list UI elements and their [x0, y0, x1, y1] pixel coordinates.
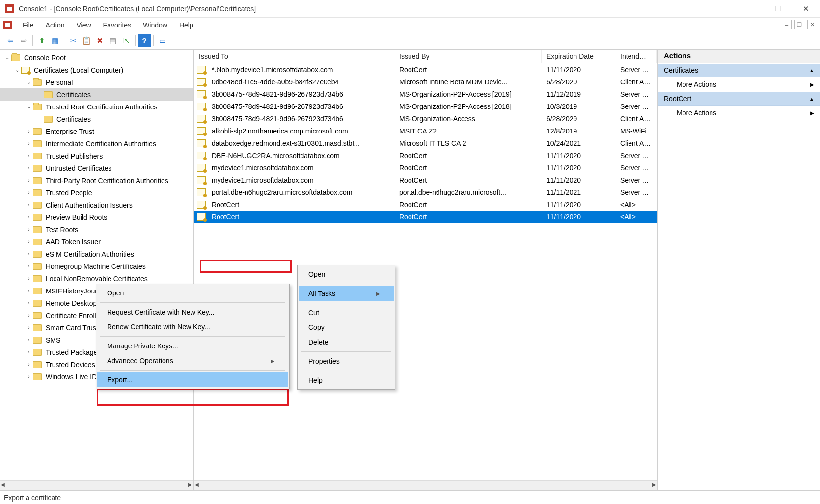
tree-node[interactable]: ›eSIM Certification Authorities	[0, 248, 193, 260]
tree-node[interactable]: ›Third-Party Root Certification Authorit…	[0, 174, 193, 186]
tree-twisty-icon[interactable]: ›	[26, 313, 32, 318]
tree-twisty-icon[interactable]: ›	[26, 153, 32, 159]
tree-twisty-icon[interactable]: ›	[26, 165, 32, 171]
certificate-list[interactable]: *.blob.mydevice1.microsoftdatabox.comRoo…	[194, 63, 657, 480]
tree-twisty-icon[interactable]: ›	[26, 276, 32, 281]
actions-item[interactable]: More Actions▶	[658, 77, 820, 92]
menu-view[interactable]: View	[70, 19, 97, 31]
tree-node[interactable]: ›Enterprise Trust	[0, 125, 193, 137]
certificate-row[interactable]: DBE-N6HUGC2RA.microsoftdatabox.comRootCe…	[194, 149, 657, 161]
tree-node[interactable]: ›Local NonRemovable Certificates	[0, 272, 193, 285]
tree-twisty-icon[interactable]: ⌄	[26, 104, 32, 109]
tree-node[interactable]: ›Trusted People	[0, 186, 193, 199]
tree-twisty-icon[interactable]: ›	[26, 202, 32, 208]
minimize-button[interactable]: —	[735, 0, 763, 18]
tree-twisty-icon[interactable]: ›	[26, 178, 32, 183]
ctx-item-help[interactable]: Help	[299, 373, 394, 388]
tree-node[interactable]: ›Trusted Publishers	[0, 150, 193, 162]
properties-button[interactable]: ▤	[107, 34, 119, 47]
actions-section-header[interactable]: RootCert▲	[658, 92, 820, 106]
tree-twisty-icon[interactable]: ⌄	[26, 80, 32, 85]
tree-twisty-icon[interactable]: ›	[26, 239, 32, 244]
mdi-restore-button[interactable]: ❐	[794, 20, 804, 29]
ctx-item-cut[interactable]: Cut	[299, 305, 394, 320]
col-issued-by[interactable]: Issued By	[394, 50, 542, 63]
menu-file[interactable]: File	[17, 19, 40, 31]
certificate-row[interactable]: *.blob.mydevice1.microsoftdatabox.comRoo…	[194, 63, 657, 76]
tree-node[interactable]: ›Preview Build Roots	[0, 211, 193, 223]
tree-node[interactable]: ⌄Trusted Root Certification Authorities	[0, 101, 193, 113]
tree-twisty-icon[interactable]: ›	[26, 227, 32, 232]
tree-node[interactable]: Certificates	[0, 113, 193, 125]
certificate-row[interactable]: alkohli-slp2.northamerica.corp.microsoft…	[194, 125, 657, 137]
tree-twisty-icon[interactable]: ›	[26, 141, 32, 146]
export-button[interactable]: ⇱	[120, 34, 133, 47]
menu-favorites[interactable]: Favorites	[97, 19, 137, 31]
tree-twisty-icon[interactable]: ⌄	[4, 55, 11, 60]
tree-node[interactable]: ›Client Authentication Issuers	[0, 199, 193, 211]
ctx-item-manage-private-keys[interactable]: Manage Private Keys...	[97, 339, 288, 353]
tree-node[interactable]: ›Homegroup Machine Certificates	[0, 260, 193, 272]
tree-twisty-icon[interactable]: ›	[26, 300, 32, 306]
tree-node[interactable]: ›Test Roots	[0, 223, 193, 236]
tree-node[interactable]: ⌄Console Root	[0, 52, 193, 64]
certificate-row[interactable]: RootCertRootCert11/11/2020<All>	[194, 211, 657, 223]
tree-hscrollbar[interactable]	[0, 480, 193, 490]
ctx-item-open[interactable]: Open	[299, 267, 394, 282]
menu-action[interactable]: Action	[40, 19, 71, 31]
ctx-item-all-tasks[interactable]: All Tasks▶	[299, 286, 394, 301]
certificate-row[interactable]: mydevice1.microsoftdatabox.comRootCert11…	[194, 174, 657, 186]
tree-twisty-icon[interactable]: ›	[26, 362, 32, 367]
tree-twisty-icon[interactable]: ›	[26, 214, 32, 220]
up-button[interactable]: ⬆	[35, 34, 48, 47]
ctx-item-export[interactable]: Export...	[97, 372, 288, 387]
maximize-button[interactable]: ☐	[763, 0, 792, 18]
view-button[interactable]: ▭	[156, 34, 169, 47]
actions-item[interactable]: More Actions▶	[658, 106, 820, 120]
ctx-item-delete[interactable]: Delete	[299, 335, 394, 349]
tree-node[interactable]: ›Intermediate Certification Authorities	[0, 137, 193, 150]
tree-twisty-icon[interactable]: ›	[26, 337, 32, 343]
certificate-row[interactable]: databoxedge.redmond.ext-s31r0301.masd.st…	[194, 137, 657, 149]
menu-help[interactable]: Help	[173, 19, 199, 31]
tree-twisty-icon[interactable]: ›	[26, 251, 32, 257]
tree-twisty-icon[interactable]: ›	[26, 264, 32, 269]
cut-button[interactable]: ✂	[67, 34, 80, 47]
tree-twisty-icon[interactable]: ›	[26, 288, 32, 293]
tree-twisty-icon[interactable]: ›	[26, 325, 32, 330]
tree-twisty-icon[interactable]: ›	[26, 349, 32, 355]
menu-window[interactable]: Window	[137, 19, 173, 31]
ctx-item-renew-certificate-with-new-key[interactable]: Renew Certificate with New Key...	[97, 319, 288, 334]
mdi-minimize-button[interactable]: –	[782, 20, 792, 29]
col-expiration-date[interactable]: Expiration Date	[542, 50, 615, 63]
tree-node[interactable]: ⌄Personal	[0, 76, 193, 88]
console-tree[interactable]: ⌄Console Root⌄Certificates (Local Comput…	[0, 50, 193, 480]
delete-button[interactable]: ✖	[93, 34, 106, 47]
certificate-row[interactable]: 0dbe48ed-f1c5-4dde-a0b9-b84f827e0eb4Micr…	[194, 76, 657, 88]
list-hscrollbar[interactable]	[194, 480, 657, 490]
tree-node[interactable]: ›Untrusted Certificates	[0, 162, 193, 174]
tree-twisty-icon[interactable]: ›	[26, 129, 32, 134]
col-issued-to[interactable]: Issued To	[194, 50, 394, 63]
back-button[interactable]: ⇦	[4, 34, 17, 47]
tree-twisty-icon[interactable]: ›	[26, 190, 32, 195]
ctx-item-advanced-operations[interactable]: Advanced Operations▶	[97, 353, 288, 368]
help-button[interactable]: ?	[138, 34, 151, 47]
tree-twisty-icon[interactable]: ⌄	[14, 67, 21, 73]
tree-node[interactable]: ›AAD Token Issuer	[0, 236, 193, 248]
close-button[interactable]: ✕	[792, 0, 820, 18]
forward-button[interactable]: ⇨	[17, 34, 30, 47]
ctx-item-copy[interactable]: Copy	[299, 320, 394, 335]
show-hide-button[interactable]: ▦	[49, 34, 61, 47]
tree-node[interactable]: Certificates	[0, 88, 193, 101]
certificate-row[interactable]: portal.dbe-n6hugc2raru.microsoftdatabox.…	[194, 186, 657, 198]
ctx-item-properties[interactable]: Properties	[299, 354, 394, 369]
col-intended-purposes[interactable]: Intended Purposes	[615, 50, 657, 63]
copy-button[interactable]: 📋	[80, 34, 93, 47]
certificate-row[interactable]: RootCertRootCert11/11/2020<All>	[194, 198, 657, 211]
certificate-row[interactable]: 3b008475-78d9-4821-9d96-267923d734b6MS-O…	[194, 112, 657, 125]
certificate-row[interactable]: mydevice1.microsoftdatabox.comRootCert11…	[194, 161, 657, 174]
certificate-row[interactable]: 3b008475-78d9-4821-9d96-267923d734b6MS-O…	[194, 88, 657, 100]
ctx-item-request-certificate-with-new-key[interactable]: Request Certificate with New Key...	[97, 305, 288, 319]
ctx-item-open[interactable]: Open	[97, 286, 288, 300]
